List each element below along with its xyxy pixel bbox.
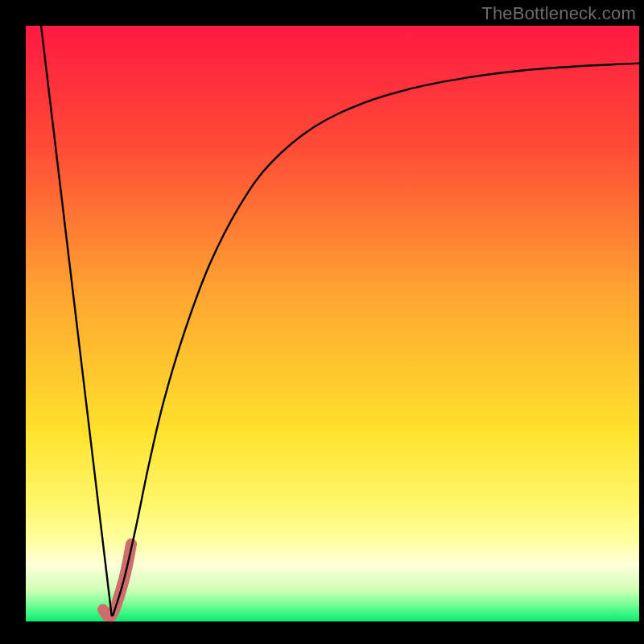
plot-area [26, 26, 639, 621]
gradient-background [26, 26, 639, 621]
chart-svg [26, 26, 639, 621]
chart-frame: TheBottleneck.com [0, 0, 644, 644]
watermark-text: TheBottleneck.com [481, 3, 636, 24]
